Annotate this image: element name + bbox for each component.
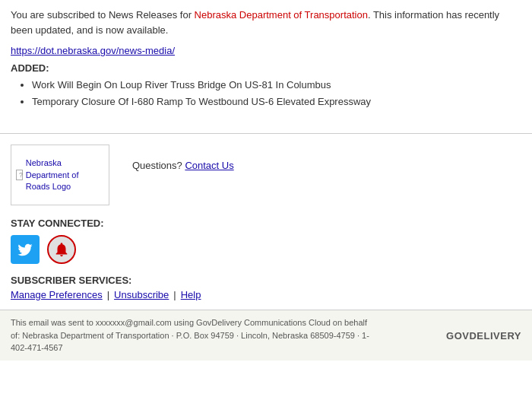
intro-text-start: You are subscribed to News Releases for — [11, 9, 195, 21]
footer-top: Nebraska Department of Roads Logo Questi… — [0, 134, 532, 213]
footer-note: This email was sent to xxxxxxx@gmail.com… — [11, 316, 375, 354]
unsubscribe-link[interactable]: Unsubscribe — [114, 289, 169, 300]
news-media-link[interactable]: https://dot.nebraska.gov/news-media/ — [11, 45, 521, 56]
list-item: Temporary Closure Of I-680 Ramp To Westb… — [32, 95, 521, 109]
list-item: Work Will Begin On Loup River Truss Brid… — [32, 78, 521, 92]
pipe-2: | — [173, 289, 176, 300]
stay-connected-section: STAY CONNECTED: — [0, 213, 532, 264]
social-icons — [11, 235, 521, 264]
notifications-button[interactable] — [47, 235, 76, 264]
org-name: Nebraska Department of Transportation — [195, 9, 368, 21]
pipe-1: | — [107, 289, 109, 300]
subscriber-services-section: SUBSCRIBER SERVICES: Manage Preferences … — [0, 272, 532, 307]
intro-paragraph: You are subscribed to News Releases for … — [11, 8, 521, 37]
main-content: You are subscribed to News Releases for … — [0, 0, 532, 119]
logo-placeholder: Nebraska Department of Roads Logo — [16, 157, 104, 192]
govdelivery-logo: GOVDELIVERY — [446, 330, 521, 342]
govdelivery-text: GOVDELIVERY — [446, 330, 521, 342]
manage-preferences-link[interactable]: Manage Preferences — [11, 289, 103, 300]
bell-icon — [53, 241, 70, 258]
logo-box: Nebraska Department of Roads Logo — [11, 145, 109, 205]
broken-image-icon — [16, 170, 23, 180]
questions-text: Questions? — [132, 160, 182, 171]
footer-bottom: This email was sent to xxxxxxx@gmail.com… — [0, 310, 532, 361]
twitter-icon — [17, 241, 33, 258]
subscriber-label: SUBSCRIBER SERVICES: — [11, 275, 521, 286]
added-label: ADDED: — [11, 62, 521, 74]
help-link[interactable]: Help — [181, 289, 201, 300]
stay-connected-label: STAY CONNECTED: — [11, 218, 521, 229]
questions-area: Questions? Contact Us — [132, 145, 234, 171]
contact-us-link[interactable]: Contact Us — [185, 160, 233, 171]
subscriber-links: Manage Preferences | Unsubscribe | Help — [11, 289, 521, 300]
logo-alt-text: Nebraska Department of Roads Logo — [26, 157, 104, 192]
twitter-button[interactable] — [11, 235, 40, 264]
added-items-list: Work Will Begin On Loup River Truss Brid… — [32, 78, 521, 109]
